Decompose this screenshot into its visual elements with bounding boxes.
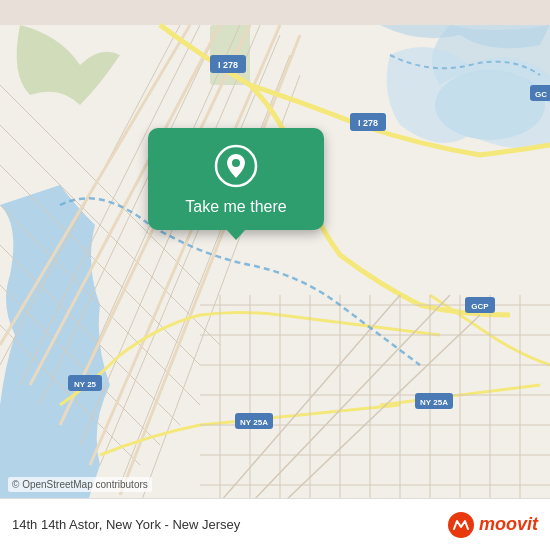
- svg-text:GC: GC: [535, 90, 547, 99]
- location-label: 14th 14th Astor, New York - New Jersey: [12, 517, 240, 532]
- moovit-logo: moovit: [447, 511, 538, 539]
- svg-point-60: [448, 512, 474, 538]
- popup-card: Take me there: [148, 128, 324, 230]
- svg-text:NY 25A: NY 25A: [240, 418, 268, 427]
- moovit-icon: [447, 511, 475, 539]
- svg-point-59: [232, 159, 240, 167]
- copyright-text: © OpenStreetMap contributors: [8, 477, 152, 492]
- take-me-there-button[interactable]: Take me there: [185, 198, 286, 216]
- svg-text:I 278: I 278: [358, 118, 378, 128]
- info-bar: 14th 14th Astor, New York - New Jersey m…: [0, 498, 550, 550]
- map-container: I 278 I 278 NY 25 NY 25A NY 25A GCP GC: [0, 0, 550, 550]
- moovit-text: moovit: [479, 514, 538, 535]
- svg-text:NY 25A: NY 25A: [420, 398, 448, 407]
- svg-text:NY 25: NY 25: [74, 380, 97, 389]
- svg-text:GCP: GCP: [471, 302, 489, 311]
- location-pin-icon: [214, 144, 258, 188]
- svg-text:I 278: I 278: [218, 60, 238, 70]
